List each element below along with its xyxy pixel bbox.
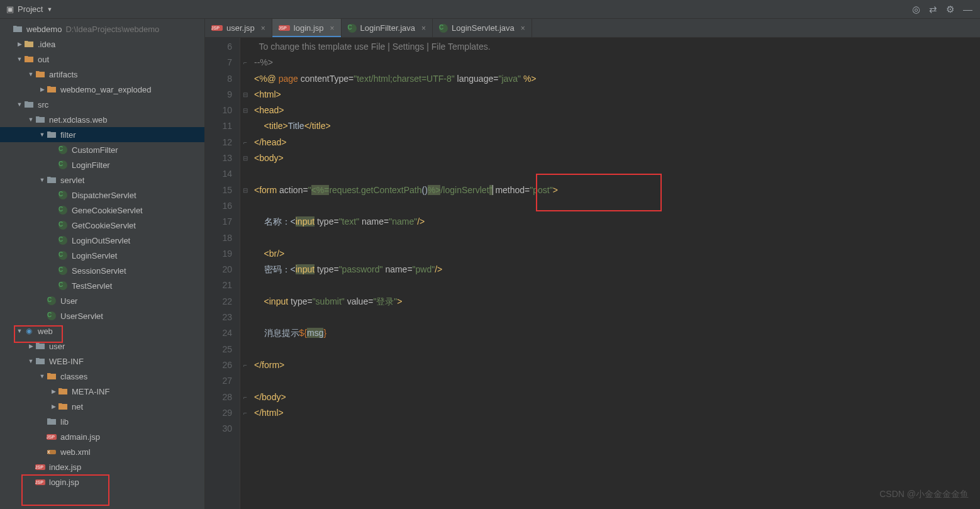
fold-toggle[interactable] xyxy=(240,246,250,262)
tree-item[interactable]: ▼artifacts xyxy=(0,67,204,82)
tree-item[interactable]: ▼servlet xyxy=(0,172,204,187)
code-line[interactable]: To change this template use File | Setti… xyxy=(254,39,980,55)
code-line[interactable]: <head> xyxy=(254,103,980,118)
code-line[interactable] xyxy=(254,421,980,437)
fold-toggle[interactable]: ⊟ xyxy=(240,87,250,103)
tree-item[interactable]: ▶.idea xyxy=(0,36,204,52)
tree-item[interactable]: JSPadmain.jsp xyxy=(0,429,204,444)
tree-item[interactable]: CUser xyxy=(0,293,204,308)
expand-icon[interactable]: ▼ xyxy=(15,328,24,334)
code-line[interactable]: 密码：<input type="password" name="pwd"/> xyxy=(254,262,980,277)
code-line[interactable]: </form> xyxy=(254,357,980,373)
code-line[interactable]: <input type="submit" value="登录"> xyxy=(254,294,980,310)
tree-item[interactable]: CLoginOutServlet xyxy=(0,233,204,248)
fold-toggle[interactable] xyxy=(240,310,250,325)
tree-item[interactable]: ▶META-INF xyxy=(0,384,204,399)
code-line[interactable]: <body> xyxy=(254,150,980,166)
code-line[interactable]: <br/> xyxy=(254,246,980,262)
fold-toggle[interactable] xyxy=(240,294,250,310)
code-line[interactable] xyxy=(254,277,980,293)
code-line[interactable]: <html> xyxy=(254,87,980,103)
expand-icon[interactable]: ▶ xyxy=(26,343,35,349)
tree-item[interactable]: ▶webdemo_war_exploded xyxy=(0,82,204,97)
fold-toggle[interactable] xyxy=(240,118,250,134)
expand-icon[interactable]: ▶ xyxy=(49,403,58,410)
expand-icon[interactable]: ▼ xyxy=(15,56,24,62)
project-tree[interactable]: webdemoD:\IdeaProjects\webdemo▶.idea▼out… xyxy=(0,19,205,509)
fold-toggle[interactable]: ⊟ xyxy=(240,150,250,166)
tree-item[interactable]: CCustomFilter xyxy=(0,142,204,157)
fold-toggle[interactable]: ⌐ xyxy=(240,389,250,405)
tree-item[interactable]: CGeneCookieServlet xyxy=(0,203,204,218)
tree-item[interactable]: ▶net xyxy=(0,399,204,414)
fold-toggle[interactable] xyxy=(240,325,250,341)
code-line[interactable]: <form action="<%=request.getContextPath(… xyxy=(254,182,980,198)
code-line[interactable]: 名称：<input type="text" name="name"/> xyxy=(254,214,980,230)
tree-item[interactable]: CSessionServlet xyxy=(0,263,204,278)
fold-toggle[interactable] xyxy=(240,71,250,87)
code-editor[interactable]: 6789101112131415161718192021222324252627… xyxy=(205,38,980,509)
fold-toggle[interactable]: ⌐ xyxy=(240,55,250,70)
expand-icon[interactable]: ▼ xyxy=(38,373,47,379)
code-line[interactable]: </body> xyxy=(254,389,980,405)
fold-toggle[interactable]: ⌐ xyxy=(240,405,250,421)
tree-item[interactable]: CDispatcherServlet xyxy=(0,187,204,203)
code-line[interactable]: <title>Title</title> xyxy=(254,118,980,134)
tree-item[interactable]: lib xyxy=(0,414,204,429)
fold-toggle[interactable] xyxy=(240,421,250,437)
fold-toggle[interactable] xyxy=(240,214,250,230)
expand-icon[interactable]: ▼ xyxy=(26,71,35,77)
tree-item[interactable]: ▼WEB-INF xyxy=(0,354,204,369)
fold-column[interactable]: ⌐⊟⊟⌐⊟⊟⌐⌐⌐ xyxy=(240,38,250,509)
tree-item[interactable]: ▶user xyxy=(0,338,204,354)
expand-icon[interactable]: ▼ xyxy=(38,131,47,138)
tree-item[interactable]: CGetCookieServlet xyxy=(0,218,204,233)
gear-icon[interactable]: ⚙ xyxy=(946,4,954,15)
tree-item[interactable]: JSPlogin.jsp xyxy=(0,474,204,489)
expand-icon[interactable]: ▼ xyxy=(38,177,47,183)
tree-item[interactable]: CLoginServlet xyxy=(0,248,204,263)
code-line[interactable]: 消息提示${msg} xyxy=(254,325,980,341)
close-icon[interactable]: × xyxy=(330,24,335,33)
tree-item[interactable]: ▼src xyxy=(0,97,204,112)
close-icon[interactable]: × xyxy=(421,24,426,33)
tree-item[interactable]: ▼out xyxy=(0,52,204,67)
tree-item[interactable]: ▼classes xyxy=(0,369,204,384)
tree-item[interactable]: Xweb.xml xyxy=(0,444,204,459)
target-icon[interactable]: ◎ xyxy=(912,4,920,15)
tree-item[interactable]: webdemoD:\IdeaProjects\webdemo xyxy=(0,21,204,36)
code-line[interactable] xyxy=(254,166,980,182)
expand-icon[interactable]: ▶ xyxy=(49,388,58,394)
fold-toggle[interactable] xyxy=(240,373,250,389)
fold-toggle[interactable]: ⊟ xyxy=(240,182,250,198)
collapse-icon[interactable]: — xyxy=(963,4,972,15)
fold-toggle[interactable]: ⌐ xyxy=(240,357,250,373)
code-line[interactable]: </html> xyxy=(254,405,980,421)
code-line[interactable] xyxy=(254,230,980,246)
tree-item[interactable]: ▼net.xdclass.web xyxy=(0,112,204,127)
editor-tab[interactable]: CLoginServlet.java× xyxy=(433,19,532,37)
tree-item[interactable]: JSPindex.jsp xyxy=(0,459,204,474)
code-line[interactable]: </head> xyxy=(254,135,980,150)
code-content[interactable]: To change this template use File | Setti… xyxy=(250,38,980,509)
code-line[interactable] xyxy=(254,198,980,214)
fold-toggle[interactable] xyxy=(240,262,250,277)
tree-item[interactable]: CUserServlet xyxy=(0,308,204,323)
tree-item[interactable]: ▼filter xyxy=(0,127,204,142)
editor-tab[interactable]: JSPuser.jsp× xyxy=(205,19,272,37)
editor-tab[interactable]: JSPlogin.jsp× xyxy=(272,19,342,37)
settings-icon[interactable]: ⇄ xyxy=(929,4,937,15)
fold-toggle[interactable]: ⌐ xyxy=(240,135,250,150)
close-icon[interactable]: × xyxy=(521,24,525,33)
fold-toggle[interactable]: ⊟ xyxy=(240,103,250,118)
fold-toggle[interactable] xyxy=(240,230,250,246)
expand-icon[interactable]: ▼ xyxy=(26,358,35,364)
code-line[interactable] xyxy=(254,310,980,325)
fold-toggle[interactable] xyxy=(240,166,250,182)
tree-item[interactable]: CLoginFilter xyxy=(0,157,204,172)
fold-toggle[interactable] xyxy=(240,342,250,357)
expand-icon[interactable]: ▶ xyxy=(38,86,47,92)
code-line[interactable] xyxy=(254,342,980,357)
fold-toggle[interactable] xyxy=(240,277,250,293)
code-line[interactable]: --%> xyxy=(254,55,980,70)
